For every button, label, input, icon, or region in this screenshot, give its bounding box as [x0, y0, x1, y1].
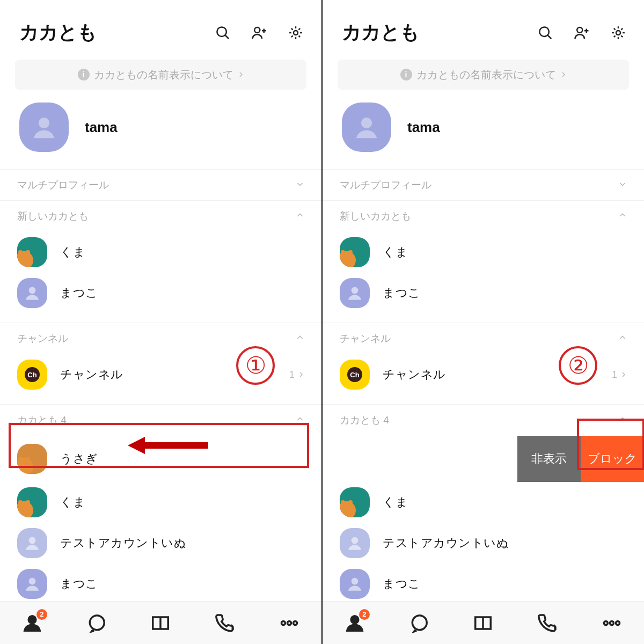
svg-point-27 [616, 621, 620, 625]
svg-point-24 [351, 616, 358, 623]
header: カカとも [323, 0, 644, 60]
friend-row[interactable]: まつこ [0, 273, 321, 313]
my-profile-row[interactable]: tama [0, 95, 321, 170]
svg-line-15 [548, 35, 552, 39]
friend-name: くま [60, 494, 85, 510]
svg-point-23 [352, 578, 358, 585]
avatar [17, 528, 47, 558]
friend-row[interactable]: まつこ [323, 273, 644, 313]
section-new-friends[interactable]: 新しいカカとも [0, 201, 321, 232]
svg-point-13 [294, 621, 297, 625]
friend-name: テストアカウントいぬ [383, 535, 509, 551]
tab-more[interactable] [595, 610, 629, 636]
section-new-friends[interactable]: 新しいカカとも [323, 201, 644, 232]
my-name: tama [407, 119, 440, 136]
svg-point-6 [39, 118, 49, 128]
add-friend-icon[interactable] [572, 23, 591, 42]
avatar [17, 237, 47, 267]
friend-name: まつこ [383, 285, 421, 301]
svg-point-25 [604, 621, 608, 625]
info-icon: i [400, 69, 412, 80]
svg-point-12 [288, 621, 291, 625]
friend-row[interactable]: くま [323, 232, 644, 273]
svg-point-8 [29, 537, 36, 544]
page-title: カカとも [19, 19, 213, 46]
friend-name: まつこ [60, 576, 98, 592]
svg-point-26 [610, 621, 614, 625]
chevron-right-icon [620, 371, 627, 378]
friend-name: テストアカウントいぬ [60, 535, 186, 551]
tab-badge: 2 [36, 609, 47, 620]
screenshot-right: カカとも i カカともの名前表示について tama マルチプロフィール [323, 0, 644, 644]
svg-point-22 [352, 537, 358, 544]
avatar [17, 569, 47, 599]
annotation-step-2: ② [559, 346, 597, 385]
chevron-up-icon [296, 210, 304, 222]
avatar [340, 528, 370, 558]
svg-point-2 [254, 27, 260, 33]
section-channel[interactable]: チャンネル [0, 323, 321, 354]
tab-badge: 2 [359, 609, 370, 620]
search-icon[interactable] [536, 23, 555, 42]
channel-icon: Ch [340, 360, 370, 390]
chevron-up-icon [618, 333, 627, 345]
tab-view[interactable] [466, 610, 500, 636]
chevron-down-icon [296, 179, 304, 191]
tab-calls[interactable] [530, 610, 565, 636]
friend-row[interactable]: くま [0, 232, 321, 273]
friend-row[interactable]: テストアカウントいぬ [0, 523, 321, 564]
tab-more[interactable] [272, 610, 306, 636]
section-multi-profile[interactable]: マルチプロフィール [323, 170, 644, 201]
avatar [340, 487, 370, 517]
friend-row[interactable]: まつこ [0, 564, 321, 604]
annotation-arrow-left [128, 437, 208, 454]
gear-icon[interactable] [286, 23, 305, 42]
chevron-down-icon [618, 179, 627, 191]
friend-list: マルチプロフィール 新しいカカとも くま まつこ チャンネル Ch チャンネル … [0, 170, 321, 644]
channel-count: 1 [289, 369, 295, 380]
tab-friends[interactable]: 2 [338, 610, 372, 636]
info-banner-text: カカともの名前表示について [94, 68, 233, 82]
info-banner[interactable]: i カカともの名前表示について [15, 60, 306, 90]
friend-row[interactable]: くま [0, 482, 321, 523]
svg-point-9 [29, 578, 36, 585]
friend-name: まつこ [383, 576, 421, 592]
swipe-hide-button[interactable]: 非表示 [517, 436, 581, 482]
tab-chats[interactable] [402, 610, 436, 636]
friend-name: まつこ [60, 285, 98, 301]
chevron-right-icon [298, 371, 304, 378]
screenshot-left: カカとも i カカともの名前表示について tama マルチプロフィール [0, 0, 321, 644]
tab-calls[interactable] [208, 610, 242, 636]
svg-point-7 [29, 287, 36, 294]
avatar [340, 237, 370, 267]
svg-point-20 [361, 118, 372, 128]
info-banner[interactable]: i カカともの名前表示について [338, 60, 629, 90]
info-icon: i [78, 69, 90, 80]
svg-line-1 [225, 35, 229, 39]
avatar [19, 103, 69, 152]
avatar [17, 278, 47, 308]
section-channel[interactable]: チャンネル [323, 323, 644, 354]
my-profile-row[interactable]: tama [323, 95, 644, 170]
gear-icon[interactable] [609, 23, 628, 42]
add-friend-icon[interactable] [250, 23, 269, 42]
avatar [340, 569, 370, 599]
friend-row[interactable]: くま [323, 482, 644, 523]
friend-row[interactable]: まつこ [323, 564, 644, 604]
avatar [342, 103, 391, 152]
svg-point-19 [616, 31, 620, 35]
tab-bar: 2 [323, 601, 644, 644]
svg-point-10 [28, 616, 36, 623]
tab-bar: 2 [0, 601, 321, 644]
tab-friends[interactable]: 2 [15, 610, 49, 636]
svg-point-5 [294, 31, 298, 35]
friend-name: くま [60, 244, 85, 260]
friend-list: マルチプロフィール 新しいカカとも くま まつこ チャンネル Ch チャンネル … [323, 170, 644, 644]
svg-point-16 [577, 27, 582, 33]
tab-chats[interactable] [79, 610, 114, 636]
section-multi-profile[interactable]: マルチプロフィール [0, 170, 321, 201]
tab-view[interactable] [143, 610, 178, 636]
friend-row[interactable]: テストアカウントいぬ [323, 523, 644, 564]
search-icon[interactable] [213, 23, 232, 42]
svg-point-14 [539, 27, 549, 36]
